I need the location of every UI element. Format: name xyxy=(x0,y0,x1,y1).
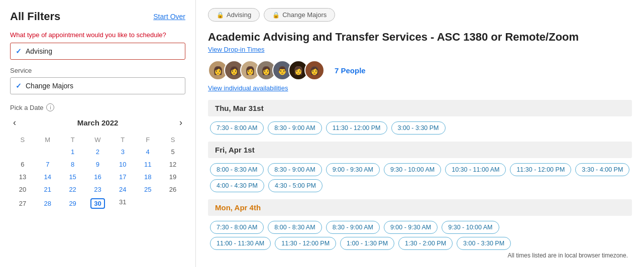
time-slot-button[interactable]: 3:30 - 4:00 PM xyxy=(575,163,629,176)
service-value: Change Majors xyxy=(26,82,73,90)
start-over-link[interactable]: Start Over xyxy=(153,13,185,21)
calendar-day xyxy=(160,196,185,211)
time-slot-button[interactable]: 3:00 - 3:30 PM xyxy=(391,121,446,135)
calendar-day[interactable]: 12 xyxy=(160,158,185,171)
today-circle[interactable]: 31 xyxy=(110,198,135,209)
selected-date[interactable]: 30 xyxy=(90,198,104,209)
time-slot-button[interactable]: 8:00 - 8:30 AM xyxy=(210,163,264,176)
time-slot-button[interactable]: 11:00 - 11:30 AM xyxy=(210,237,271,250)
time-slot-button[interactable]: 9:30 - 10:00 AM xyxy=(442,221,499,234)
prev-month-button[interactable]: ‹ xyxy=(10,116,19,129)
right-panel: 🔒 Advising 🔒 Change Majors Academic Advi… xyxy=(196,0,644,267)
calendar-day[interactable]: 11 xyxy=(135,158,160,171)
calendar-day[interactable]: 4 xyxy=(135,146,160,158)
time-slot-button[interactable]: 3:00 - 3:30 PM xyxy=(457,237,511,250)
time-slot-button[interactable]: 7:30 - 8:00 AM xyxy=(210,121,264,135)
time-slot-button[interactable]: 11:30 - 12:00 PM xyxy=(326,121,387,135)
slots-row: 7:30 - 8:00 AM8:30 - 9:00 AM11:30 - 12:0… xyxy=(208,121,632,135)
time-slot-button[interactable]: 8:00 - 8:30 AM xyxy=(268,221,321,234)
day-header: Mon, Apr 4th xyxy=(208,199,632,216)
day-section: Mon, Apr 4th7:30 - 8:00 AM8:00 - 8:30 AM… xyxy=(208,199,632,250)
service-label: Service xyxy=(10,67,185,74)
calendar-header: ‹ March 2022 › xyxy=(10,116,185,129)
time-slot-button[interactable]: 7:30 - 8:00 AM xyxy=(210,221,264,234)
calendar: ‹ March 2022 › S M T W T F S 12345678910… xyxy=(10,116,185,211)
calendar-day[interactable]: 28 xyxy=(35,196,60,211)
day-header-sun: S xyxy=(10,134,35,146)
calendar-month-year: March 2022 xyxy=(77,118,119,127)
appointment-select[interactable]: ✓ Advising xyxy=(10,43,185,60)
slots-row: 4:00 - 4:30 PM4:30 - 5:00 PM xyxy=(208,179,632,192)
slots-row: 11:00 - 11:30 AM11:30 - 12:00 PM1:00 - 1… xyxy=(208,237,632,250)
day-header-mon: M xyxy=(35,134,60,146)
calendar-day[interactable]: 31 xyxy=(110,196,135,211)
calendar-day[interactable]: 1 xyxy=(60,146,85,158)
calendar-day[interactable]: 19 xyxy=(160,171,185,183)
time-slot-button[interactable]: 8:30 - 9:00 AM xyxy=(326,221,380,234)
calendar-day[interactable]: 7 xyxy=(35,158,60,171)
day-header-fri: F xyxy=(135,134,160,146)
time-slot-button[interactable]: 4:30 - 5:00 PM xyxy=(268,179,323,192)
calendar-day[interactable]: 18 xyxy=(135,171,160,183)
calendar-row: 2728293031 xyxy=(10,196,185,211)
appointment-value: Advising xyxy=(26,47,52,55)
day-section: Thu, Mar 31st7:30 - 8:00 AM8:30 - 9:00 A… xyxy=(208,100,632,135)
info-icon[interactable]: i xyxy=(46,103,54,111)
calendar-day[interactable]: 10 xyxy=(110,158,135,171)
calendar-day[interactable]: 2 xyxy=(85,146,111,158)
calendar-day[interactable]: 9 xyxy=(85,158,111,171)
calendar-row: 12345 xyxy=(10,146,185,158)
time-slot-button[interactable]: 4:00 - 4:30 PM xyxy=(210,179,264,192)
calendar-body: 1234567891011121314151617181920212223242… xyxy=(10,146,185,211)
time-slot-button[interactable]: 9:00 - 9:30 AM xyxy=(384,221,438,234)
calendar-day[interactable]: 27 xyxy=(10,196,35,211)
calendar-day[interactable]: 17 xyxy=(110,171,135,183)
time-slot-button[interactable]: 1:30 - 2:00 PM xyxy=(398,237,453,250)
calendar-day[interactable]: 8 xyxy=(60,158,85,171)
calendar-day[interactable]: 5 xyxy=(160,146,185,158)
time-slot-button[interactable]: 9:30 - 10:00 AM xyxy=(384,163,441,176)
avatar-stack: 👩 👩 👩 👩 👨 👩 👩 xyxy=(208,60,320,80)
next-month-button[interactable]: › xyxy=(176,116,185,129)
calendar-day[interactable]: 6 xyxy=(10,158,35,171)
calendar-day[interactable]: 14 xyxy=(35,171,60,183)
calendar-day[interactable]: 15 xyxy=(60,171,85,183)
calendar-day xyxy=(135,196,160,211)
tab-bar: 🔒 Advising 🔒 Change Majors xyxy=(208,8,632,22)
section-title: Academic Advising and Transfer Services … xyxy=(208,31,632,44)
tab-change-majors[interactable]: 🔒 Change Majors xyxy=(264,8,335,22)
view-dropin-link[interactable]: View Drop-in Times xyxy=(208,46,632,53)
calendar-day[interactable]: 23 xyxy=(85,183,111,196)
time-slot-button[interactable]: 8:30 - 9:00 AM xyxy=(268,121,321,135)
time-slot-button[interactable]: 11:30 - 12:00 PM xyxy=(510,163,571,176)
days-container: Thu, Mar 31st7:30 - 8:00 AM8:30 - 9:00 A… xyxy=(208,100,632,250)
slots-row: 7:30 - 8:00 AM8:00 - 8:30 AM8:30 - 9:00 … xyxy=(208,221,632,234)
calendar-day[interactable]: 13 xyxy=(10,171,35,183)
people-count-link[interactable]: 7 People xyxy=(335,66,366,75)
calendar-day[interactable]: 26 xyxy=(160,183,185,196)
day-header: Fri, Apr 1st xyxy=(208,142,632,158)
tab-advising[interactable]: 🔒 Advising xyxy=(208,8,260,22)
lock-icon-advising: 🔒 xyxy=(217,12,224,19)
calendar-day[interactable]: 30 xyxy=(85,196,111,211)
timezone-note: All times listed are in local browser ti… xyxy=(504,250,632,261)
time-slot-button[interactable]: 1:00 - 1:30 PM xyxy=(340,237,394,250)
service-select[interactable]: ✓ Change Majors xyxy=(10,77,185,94)
calendar-day xyxy=(35,146,60,158)
calendar-day[interactable]: 16 xyxy=(85,171,111,183)
calendar-row: 13141516171819 xyxy=(10,171,185,183)
calendar-day[interactable]: 25 xyxy=(135,183,160,196)
time-slot-button[interactable]: 10:30 - 11:00 AM xyxy=(445,163,506,176)
calendar-day[interactable]: 21 xyxy=(35,183,60,196)
calendar-day[interactable]: 22 xyxy=(60,183,85,196)
calendar-day xyxy=(10,146,35,158)
calendar-day[interactable]: 3 xyxy=(110,146,135,158)
calendar-day[interactable]: 29 xyxy=(60,196,85,211)
time-slot-button[interactable]: 8:30 - 9:00 AM xyxy=(268,163,321,176)
view-individual-link[interactable]: View individual availabilities xyxy=(208,84,632,92)
time-slot-button[interactable]: 9:00 - 9:30 AM xyxy=(326,163,380,176)
calendar-day[interactable]: 20 xyxy=(10,183,35,196)
day-section: Fri, Apr 1st8:00 - 8:30 AM8:30 - 9:00 AM… xyxy=(208,142,632,192)
time-slot-button[interactable]: 11:30 - 12:00 PM xyxy=(275,237,336,250)
calendar-day[interactable]: 24 xyxy=(110,183,135,196)
